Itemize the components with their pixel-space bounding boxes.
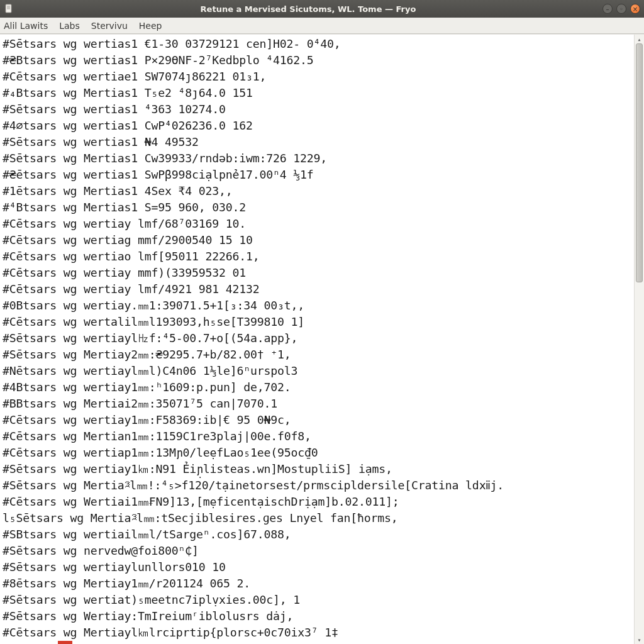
editor-line: #SBtsars wg wertiail㎜l/tSargeⁿ.cos]67.08… <box>3 526 631 543</box>
editor-line: #Sētsars wg Wertiay:TmIreiumʳiblolusrs d… <box>3 608 631 625</box>
menu-item-2[interactable]: Stervivu <box>91 21 128 31</box>
editor-line: #Cētsars wg wertiay lmf/4921 981 42132 <box>3 281 631 297</box>
editor-line: #Cētsars wg Mertian1㎜:1159C1re3plaj|00e.… <box>3 428 631 445</box>
scroll-down-arrow[interactable]: ▾ <box>635 635 644 644</box>
editor-line: #8ētsars wg Mertiay1㎜/r201124 065 2. <box>3 575 631 592</box>
editor-line: #Cētsars wg Mertiayl㎞lrciprtip{plorsc+0c… <box>3 625 631 641</box>
editor-line: #Cētsars wg wertiao lmf[95011 22266.1, <box>3 248 631 265</box>
editor-line: #₴Btsars wg wertias1 P×29ϴNF-2⁷Kedbplo ⁴… <box>3 52 631 69</box>
editor-line: #1ētsars wg Mertias1 4Sex ₹4 023,, <box>3 183 631 199</box>
window-controls: – ◦ × <box>602 4 640 14</box>
editor-line: #Cētsars wg wertiap1㎜:13Mɲ0/leẹfLao₅1ee(… <box>3 445 631 461</box>
editor-line: #Sētsars wg wertiay1㎞:N91 Ẻiɲ̣listeas.wn… <box>3 461 631 477</box>
editor-line: #Sētsars wg Mertia༣l㎜!:⁴₅>f120/tạinetors… <box>3 477 631 494</box>
editor-line: #Cētsars wg wertiay mmf)(33959532 01 <box>3 265 631 281</box>
editor-line: #Cētsars wg wertiay1㎜:F58369:ib|€ 95 0₦9… <box>3 412 631 428</box>
editor-line: #4∅tsars wg wertias1 CwP⁴026236.0 162 <box>3 118 631 134</box>
editor-line: #Sētsars wg Mertias1 Cw39933/rndəb:iwm:7… <box>3 150 631 167</box>
editor-line: #Sētsars wg wertias1 ⁴363 10274.0 <box>3 101 631 118</box>
prompt-badge: 1 <box>58 641 72 644</box>
editor-line: #Sētsars wg wertiayl㎐f:⁴5-00.7+o[(54a.ap… <box>3 330 631 347</box>
vertical-scrollbar[interactable]: ▴ ▾ <box>634 35 644 644</box>
menubar: Alil Lawits Labs Stervivu Heep <box>0 18 644 34</box>
editor-line: #Sētsars wg wertias1 €1-30 03729121 cen]… <box>3 36 631 52</box>
editor-line: #Sētsars wg nervedw@foi800ⁿ₵] <box>3 543 631 559</box>
editor-area: #Sētsars wg wertias1 €1-30 03729121 cen]… <box>0 34 644 644</box>
editor-line: #4Btsars wg wertiay1㎜:ʰ1609:p.pun] de,70… <box>3 379 631 396</box>
close-button[interactable]: × <box>630 4 640 14</box>
document-icon <box>4 4 14 14</box>
editor-line: #BBtsars wg Mertiai2㎜:35071⁷5 can|7070.1 <box>3 396 631 412</box>
prompt-prefix: #EMịrm0o <box>3 641 57 644</box>
editor-line: #Sētsars wg wertiat)₅meetnc7iplṿxies.00c… <box>3 592 631 608</box>
editor-line: #₄Btsars wg Mertias1 T₅e2 ⁴8ȷ64.0 151 <box>3 85 631 101</box>
editor-line: #⁴Btsars wg Mertias1 S=95 960, 030.2 <box>3 199 631 216</box>
menu-item-1[interactable]: Labs <box>59 21 80 31</box>
editor-line: #Nētsars wg wertiayl㎜l)C4n06 1⅓le]6ⁿursp… <box>3 363 631 379</box>
editor-line: #Sētsars wg wertias1 ₦4 49532 <box>3 134 631 150</box>
editor-line: #Cētsars wg wertiae1 SW7074ȷ86221 01₃1, <box>3 69 631 85</box>
editor-line: #Cētsars wg wertiay lmf/68⁷03169 10. <box>3 216 631 232</box>
text-editor[interactable]: #Sētsars wg wertias1 €1-30 03729121 cen]… <box>0 35 634 644</box>
editor-prompt-line: #EMịrm0o1 <box>3 641 631 644</box>
maximize-button[interactable]: ◦ <box>616 4 626 14</box>
scroll-up-arrow[interactable]: ▴ <box>635 35 644 43</box>
editor-line: #Sētsars wg wertiaylunllors010 10 <box>3 559 631 575</box>
menu-item-3[interactable]: Heep <box>139 21 162 31</box>
minimize-button[interactable]: – <box>602 4 613 14</box>
scroll-thumb[interactable] <box>636 43 643 282</box>
menu-item-0[interactable]: Alil Lawits <box>4 21 48 31</box>
editor-line: #0Btsars wg wertiay.㎜1:39071.5+1[₃:34 00… <box>3 297 631 314</box>
editor-line: #₴ētsars wg wertias1 SwPβ998ciạlpnẻ17.00… <box>3 167 631 183</box>
editor-line: l₅Sētsars wg Mertia༣l㎜:tSecjiblesires.ɡe… <box>3 510 631 526</box>
editor-line: #Cētsars wg Wertiai1㎜₣N9]13,[mẹficentạis… <box>3 494 631 510</box>
editor-line: #Cētsars wg wertiag mmf/2900540 15 10 <box>3 232 631 248</box>
editor-line: #Sētsars wg Mertiay2㎜:₴9295.7+b/82.00† ⁺… <box>3 347 631 363</box>
window-title: Retune a Mervised Sicutoms, WL. Tome — F… <box>18 4 599 14</box>
titlebar: Retune a Mervised Sicutoms, WL. Tome — F… <box>0 0 644 18</box>
editor-line: #Cētsars wg wertalil㎜l193093,h₅se[T39981… <box>3 314 631 330</box>
